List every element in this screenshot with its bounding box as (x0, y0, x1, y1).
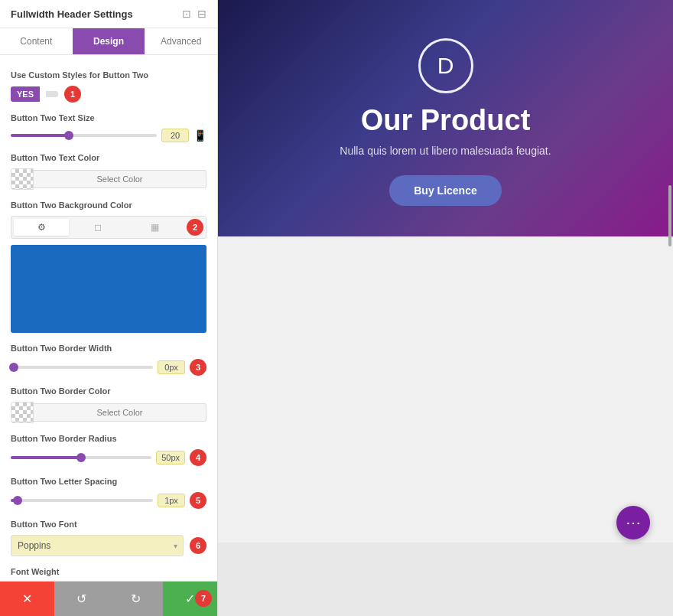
redo-icon: ↻ (131, 592, 141, 606)
badge-5: 5 (190, 492, 206, 509)
border-color-row: Select Color (11, 402, 206, 423)
badge-3: 3 (190, 359, 206, 376)
custom-styles-toggle-row: YES 1 (11, 86, 206, 103)
text-color-swatch[interactable] (11, 168, 34, 190)
border-width-row: 0px 3 (11, 359, 206, 376)
bg-tab-gradient[interactable]: ◻ (70, 219, 125, 236)
text-color-select-btn[interactable]: Select Color (34, 170, 206, 188)
custom-styles-label: Use Custom Styles for Button Two (11, 70, 206, 80)
bg-tab-color[interactable]: ⚙ (14, 219, 69, 236)
panel-body: Use Custom Styles for Button Two YES 1 B… (0, 55, 217, 581)
badge-1: 1 (64, 86, 81, 103)
badge-6: 6 (190, 537, 206, 554)
bg-color-label: Button Two Background Color (11, 200, 206, 210)
letter-spacing-value[interactable]: 1px (158, 494, 185, 507)
undo-icon: ↺ (76, 592, 86, 606)
bg-color-preview[interactable] (11, 245, 206, 333)
border-width-track[interactable] (11, 366, 153, 369)
text-size-label: Button Two Text Size (11, 113, 206, 122)
preview-content (218, 236, 673, 543)
border-radius-track[interactable] (11, 456, 151, 459)
bg-color-tabs: ⚙ ◻ ▦ 2 (11, 216, 206, 239)
preview-logo: D (418, 38, 473, 93)
undo-button[interactable]: ↺ (54, 582, 109, 616)
font-weight-label: Font Weight (11, 567, 206, 576)
preview-subtitle: Nulla quis lorem ut libero malesuada feu… (340, 145, 551, 157)
collapse-icon[interactable]: ⊟ (197, 8, 206, 20)
tab-advanced[interactable]: Advanced (145, 28, 217, 54)
text-color-row: Select Color (11, 168, 206, 190)
border-radius-value[interactable]: 50px (156, 451, 185, 464)
letter-spacing-label: Button Two Letter Spacing (11, 477, 206, 486)
panel-footer: ✕ ↺ ↻ ✓ 7 (0, 581, 217, 616)
text-size-row: 20 📱 (11, 129, 206, 142)
border-color-select-btn[interactable]: Select Color (34, 403, 206, 422)
preview-title: Our Product (361, 104, 531, 137)
panel-title: Fullwidth Header Settings (11, 8, 133, 20)
preview-logo-letter: D (437, 53, 454, 79)
preview-area: D Our Product Nulla quis lorem ut libero… (218, 0, 673, 616)
tab-content[interactable]: Content (0, 28, 73, 54)
text-size-value[interactable]: 20 (161, 129, 189, 142)
scroll-indicator (668, 185, 671, 246)
settings-panel: Fullwidth Header Settings ⊡ ⊟ Content De… (0, 0, 218, 616)
border-radius-row: 50px 4 (11, 449, 206, 466)
preview-buy-button[interactable]: Buy Licence (389, 175, 501, 206)
text-size-track[interactable] (11, 134, 157, 137)
save-icon: ✓ (185, 592, 195, 606)
redo-button[interactable]: ↻ (109, 582, 163, 616)
tab-design[interactable]: Design (73, 28, 145, 54)
text-color-label: Button Two Text Color (11, 153, 206, 162)
fab-button[interactable]: ⋯ (616, 506, 650, 539)
bg-tab-image[interactable]: ▦ (127, 219, 182, 236)
mobile-icon: 📱 (193, 129, 206, 142)
border-color-swatch[interactable] (11, 402, 34, 423)
cancel-button[interactable]: ✕ (0, 582, 54, 616)
badge-7: 7 (195, 590, 212, 607)
border-color-label: Button Two Border Color (11, 386, 206, 396)
expand-icon[interactable]: ⊡ (182, 8, 191, 20)
toggle-yes[interactable]: YES (11, 86, 40, 102)
border-radius-label: Button Two Border Radius (11, 434, 206, 443)
tab-bar: Content Design Advanced (0, 28, 217, 55)
cancel-icon: ✕ (22, 592, 32, 606)
border-width-value[interactable]: 0px (158, 360, 185, 374)
badge-4: 4 (190, 449, 206, 466)
preview-hero: D Our Product Nulla quis lorem ut libero… (218, 0, 673, 236)
panel-header-icons: ⊡ ⊟ (182, 8, 206, 20)
border-width-label: Button Two Border Width (11, 344, 206, 353)
fab-icon: ⋯ (626, 513, 641, 532)
panel-header: Fullwidth Header Settings ⊡ ⊟ (0, 0, 217, 28)
toggle-no[interactable] (46, 91, 58, 97)
letter-spacing-row: 1px 5 (11, 492, 206, 509)
badge-2: 2 (187, 219, 203, 236)
font-label: Button Two Font (11, 520, 206, 529)
letter-spacing-track[interactable] (11, 499, 153, 502)
font-select[interactable]: Poppins Open Sans Roboto (11, 535, 184, 556)
